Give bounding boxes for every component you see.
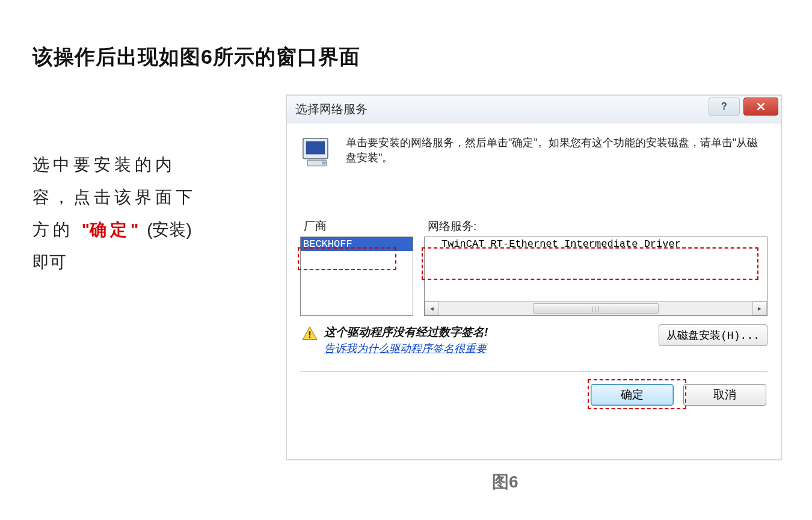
- service-list-wrap: TwinCAT RT-Ethernet Intermediate Driver …: [424, 237, 767, 316]
- warning-text: 这个驱动程序没有经过数字签名!: [324, 324, 488, 340]
- titlebar: 选择网络服务 ?: [287, 96, 781, 123]
- service-item[interactable]: TwinCAT RT-Ethernet Intermediate Driver: [425, 237, 767, 251]
- side-confirm-emph: "确定": [82, 220, 147, 239]
- button-row: 确定 取消: [300, 372, 767, 406]
- ok-button[interactable]: 确定: [591, 384, 674, 406]
- instruction-row: 单击要安装的网络服务，然后单击"确定"。如果您有这个功能的安装磁盘，请单击"从磁…: [300, 134, 767, 170]
- service-listbox[interactable]: TwinCAT RT-Ethernet Intermediate Driver …: [424, 237, 767, 316]
- titlebar-buttons: ?: [709, 98, 778, 116]
- warning-texts: 这个驱动程序没有经过数字签名! 告诉我为什么驱动程序签名很重要: [324, 324, 488, 356]
- dialog-window: 选择网络服务 ? 单击要安装的网络服务，然后单击"确定"。如果您有这个功能的安装…: [286, 94, 782, 460]
- scroll-right-arrow[interactable]: ►: [752, 302, 767, 315]
- quote-close: ": [131, 220, 138, 239]
- warning-icon: [301, 326, 318, 342]
- service-label: 网络服务:: [424, 218, 767, 237]
- quote-open: ": [82, 220, 90, 239]
- vendor-list-wrap: BECKHOFF: [300, 237, 413, 316]
- dialog-title: 选择网络服务: [295, 101, 368, 117]
- scroll-thumb[interactable]: |||: [533, 303, 658, 314]
- scroll-left-arrow[interactable]: ◄: [425, 302, 439, 315]
- warning-link[interactable]: 告诉我为什么驱动程序签名很重要: [324, 341, 488, 356]
- close-button[interactable]: [743, 98, 778, 116]
- cancel-button[interactable]: 取消: [683, 384, 766, 406]
- vendor-label: 厂商: [300, 218, 413, 237]
- svg-rect-4: [309, 331, 310, 335]
- page-heading: 该操作后出现如图6所示的窗口界面: [32, 43, 360, 71]
- vendor-item[interactable]: BECKHOFF: [301, 237, 413, 251]
- help-button[interactable]: ?: [709, 98, 740, 116]
- vendor-column: 厂商 BECKHOFF: [300, 218, 413, 316]
- columns: 厂商 BECKHOFF 网络服务: TwinCAT RT-Ethernet In…: [300, 218, 767, 316]
- vendor-listbox[interactable]: BECKHOFF: [300, 237, 413, 316]
- horizontal-scrollbar[interactable]: ◄ ||| ►: [425, 301, 767, 315]
- warning-row: 这个驱动程序没有经过数字签名! 告诉我为什么驱动程序签名很重要 从磁盘安装(H)…: [300, 324, 767, 356]
- confirm-word: 确定: [90, 220, 131, 239]
- computer-icon: [300, 135, 335, 170]
- service-column: 网络服务: TwinCAT RT-Ethernet Intermediate D…: [424, 218, 767, 316]
- scroll-track[interactable]: |||: [439, 302, 752, 315]
- install-from-disk-button[interactable]: 从磁盘安装(H)...: [659, 324, 767, 346]
- svg-rect-5: [309, 336, 310, 338]
- svg-rect-1: [306, 141, 325, 155]
- svg-rect-3: [322, 162, 325, 165]
- instruction-text: 单击要安装的网络服务，然后单击"确定"。如果您有这个功能的安装磁盘，请单击"从磁…: [346, 134, 767, 170]
- close-icon: [757, 102, 765, 111]
- figure-caption: 图6: [492, 471, 518, 494]
- dialog-body: 单击要安装的网络服务，然后单击"确定"。如果您有这个功能的安装磁盘，请单击"从磁…: [287, 123, 781, 459]
- side-instruction: 选中要安装的内容，点击该界面下方的 "确定" (安装)即可: [32, 149, 207, 279]
